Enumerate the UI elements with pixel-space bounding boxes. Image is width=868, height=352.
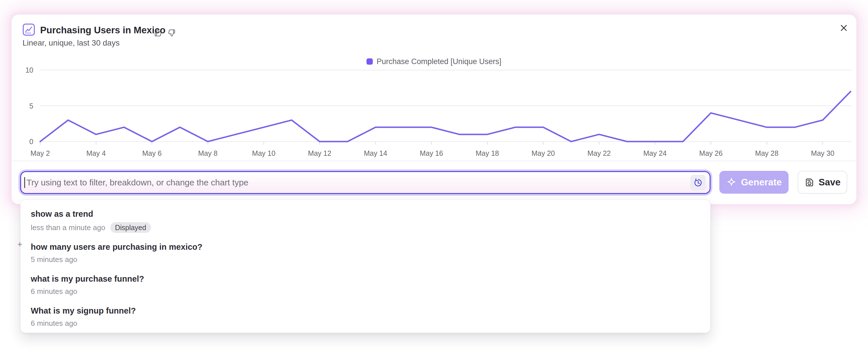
svg-text:May 28: May 28 [755, 149, 779, 157]
history-button[interactable] [690, 175, 706, 190]
history-icon [693, 178, 703, 188]
history-query-text: What is my signup funnel? [31, 306, 700, 316]
svg-text:May 4: May 4 [86, 149, 106, 157]
save-label: Save [818, 177, 840, 188]
svg-text:May 6: May 6 [143, 149, 162, 157]
history-query-text: show as a trend [31, 209, 700, 219]
history-dropdown: show as a trend less than a minute ago D… [20, 200, 711, 333]
svg-text:May 14: May 14 [364, 149, 387, 157]
svg-text:May 20: May 20 [531, 149, 555, 157]
displayed-badge: Displayed [110, 222, 151, 233]
sparkle-icon [726, 177, 737, 188]
svg-text:May 24: May 24 [643, 149, 666, 157]
history-list-item[interactable]: What is my signup funnel? 6 minutes ago [21, 301, 710, 333]
svg-text:May 2: May 2 [30, 149, 50, 157]
svg-text:May 10: May 10 [252, 149, 275, 157]
history-list-item[interactable]: how many users are purchasing in mexico?… [21, 237, 710, 269]
history-timestamp: 6 minutes ago [31, 319, 77, 327]
svg-text:May 26: May 26 [699, 149, 722, 157]
history-timestamp: 6 minutes ago [31, 287, 77, 296]
save-icon [804, 177, 815, 188]
history-timestamp: less than a minute ago [31, 223, 105, 232]
history-query-text: what is my purchase funnel? [31, 274, 700, 284]
svg-text:May 16: May 16 [420, 149, 443, 157]
chart-divider [12, 161, 856, 161]
history-query-text: how many users are purchasing in mexico? [31, 242, 700, 252]
svg-text:May 12: May 12 [308, 149, 331, 157]
generate-button[interactable]: Generate [719, 171, 788, 194]
ai-prompt-input[interactable]: Try using text to filter, breakdown, or … [20, 171, 711, 194]
svg-text:5: 5 [29, 102, 33, 110]
text-caret [24, 177, 25, 188]
history-list-item[interactable]: show as a trend less than a minute ago D… [21, 205, 710, 237]
history-list-item[interactable]: what is my purchase funnel? 6 minutes ag… [21, 269, 710, 301]
svg-text:0: 0 [29, 137, 33, 146]
history-timestamp: 5 minutes ago [31, 255, 77, 264]
generate-label: Generate [741, 177, 782, 188]
prompt-placeholder: Try using text to filter, breakdown, or … [27, 178, 690, 187]
svg-text:10: 10 [25, 66, 33, 74]
svg-text:May 8: May 8 [198, 149, 218, 157]
svg-text:May 22: May 22 [588, 149, 611, 157]
line-chart-plot: 0510May 2May 4May 6May 8May 10May 12May … [12, 14, 857, 161]
ai-chart-card: Purchasing Users in Mexico Linear, uniqu… [11, 14, 857, 204]
svg-text:May 18: May 18 [475, 149, 499, 157]
save-button[interactable]: Save [798, 171, 847, 194]
svg-text:May 30: May 30 [811, 149, 834, 157]
